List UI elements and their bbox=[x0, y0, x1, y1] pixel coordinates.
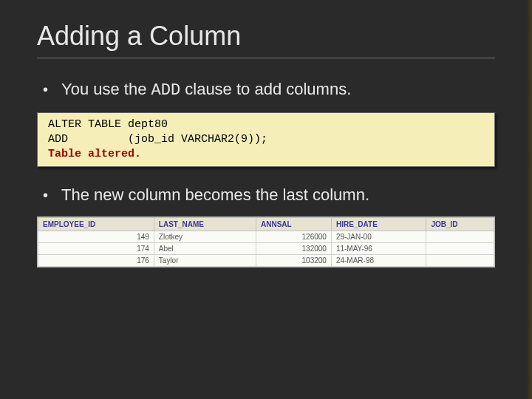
col-header: EMPLOYEE_ID bbox=[38, 217, 154, 231]
code-block: ALTER TABLE dept80 ADD (job_id VARCHAR2(… bbox=[37, 112, 495, 168]
code-line: ADD (job_id VARCHAR2(9)); bbox=[48, 133, 267, 146]
cell: 126000 bbox=[256, 231, 332, 242]
table-row: 149 Zlotkey 126000 29-JAN-00 bbox=[38, 231, 494, 242]
cell: Zlotkey bbox=[154, 231, 256, 242]
result-table: EMPLOYEE_ID LAST_NAME ANNSAL HIRE_DATE J… bbox=[37, 216, 495, 267]
cell: 176 bbox=[38, 254, 154, 266]
cell bbox=[426, 242, 494, 254]
col-header: LAST_NAME bbox=[154, 217, 256, 231]
cell: 103200 bbox=[256, 254, 332, 266]
col-header: HIRE_DATE bbox=[331, 217, 426, 231]
bullet-icon: • bbox=[43, 188, 48, 202]
cell bbox=[426, 231, 494, 242]
bullet-text: The new column becomes the last column. bbox=[61, 185, 369, 206]
cell: Abel bbox=[154, 242, 256, 254]
bullet-icon: • bbox=[43, 82, 48, 97]
side-accent bbox=[528, 0, 532, 399]
cell: 174 bbox=[38, 242, 154, 254]
bullet-item: • The new column becomes the last column… bbox=[37, 185, 495, 206]
cell: 149 bbox=[38, 231, 154, 242]
bullet-code: ADD bbox=[151, 81, 181, 100]
cell: 11-MAY-96 bbox=[331, 242, 426, 254]
cell bbox=[426, 254, 494, 266]
cell: 132000 bbox=[256, 242, 332, 254]
col-header: JOB_ID bbox=[426, 217, 494, 231]
bullet-item: • You use the ADD clause to add columns. bbox=[37, 79, 495, 102]
table-header-row: EMPLOYEE_ID LAST_NAME ANNSAL HIRE_DATE J… bbox=[38, 217, 494, 231]
title-underline bbox=[37, 58, 495, 58]
col-header: ANNSAL bbox=[256, 217, 332, 231]
cell: 24-MAR-98 bbox=[331, 254, 426, 266]
table-row: 176 Taylor 103200 24-MAR-98 bbox=[38, 254, 494, 266]
slide-title: Adding a Column bbox=[37, 21, 495, 52]
bullet-segment: You use the bbox=[61, 80, 151, 98]
slide: Adding a Column • You use the ADD clause… bbox=[0, 0, 532, 399]
bullet-text: You use the ADD clause to add columns. bbox=[61, 79, 351, 102]
cell: 29-JAN-00 bbox=[331, 231, 426, 242]
bullet-segment: clause to add columns. bbox=[180, 80, 351, 98]
cell: Taylor bbox=[154, 254, 256, 266]
code-line: ALTER TABLE dept80 bbox=[48, 118, 168, 131]
table-row: 174 Abel 132000 11-MAY-96 bbox=[38, 242, 494, 254]
code-result: Table altered. bbox=[48, 148, 141, 160]
